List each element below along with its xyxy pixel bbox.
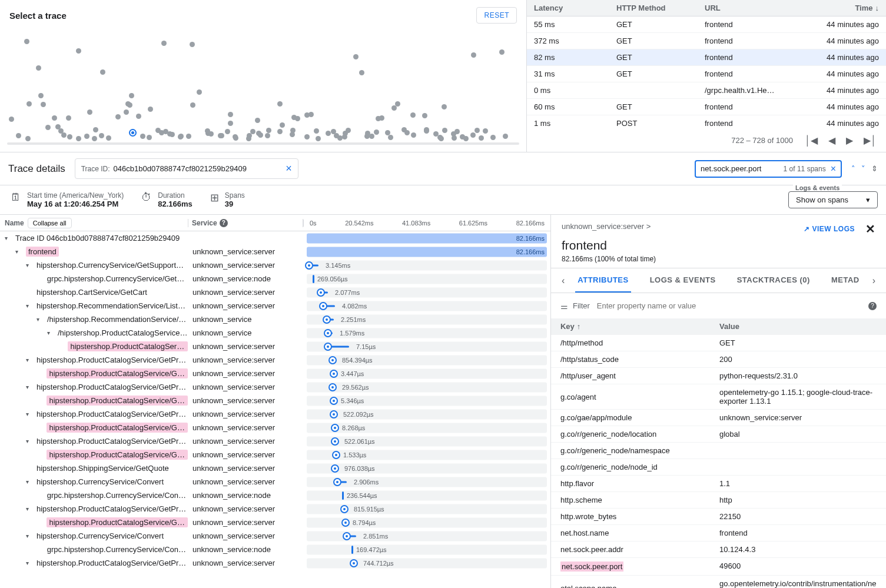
close-icon[interactable]: ✕ [865, 222, 875, 236]
chevron-down-icon[interactable]: ▾ [26, 357, 34, 363]
scatter-point[interactable] [61, 132, 67, 138]
scatter-point[interactable] [246, 136, 251, 141]
span-row[interactable]: ▾/hipstershop.ProductCatalogService…unkn… [0, 326, 550, 340]
scatter-point[interactable] [452, 135, 457, 141]
scatter-point[interactable] [258, 132, 263, 138]
scatter-point[interactable] [76, 48, 81, 54]
scatter-point[interactable] [479, 135, 484, 141]
scatter-point[interactable] [326, 131, 331, 136]
scatter-point[interactable] [225, 129, 230, 134]
scatter-point[interactable] [161, 41, 167, 46]
trace-row[interactable]: 82 msGETfrontend44 minutes ago [527, 49, 886, 66]
scatter-point[interactable] [87, 109, 92, 115]
scatter-point[interactable] [474, 128, 480, 133]
scatter-point[interactable] [197, 89, 202, 95]
tab-attributes[interactable]: ATTRIBUTES [575, 268, 631, 293]
span-row[interactable]: ▾frontendunknown_service:server82.166ms [0, 245, 550, 258]
attribute-row[interactable]: g.co/gae/app/moduleunknown_service:serve… [551, 409, 886, 426]
chevron-down-icon[interactable]: ▾ [26, 560, 34, 566]
attribute-row[interactable]: g.co/r/generic_node/node_id [551, 459, 886, 475]
span-row[interactable]: hipstershop.ShippingService/GetQuoteunkn… [0, 461, 550, 475]
attribute-filter-input[interactable] [595, 299, 864, 313]
scatter-point[interactable] [277, 129, 283, 134]
scatter-point[interactable] [454, 129, 460, 134]
span-row[interactable]: ▾hipstershop.CurrencyService/GetSupporte… [0, 258, 550, 272]
scatter-point[interactable] [255, 118, 260, 123]
scatter-point[interactable] [411, 132, 416, 138]
scatter-point[interactable] [295, 116, 300, 121]
scatter-point[interactable] [25, 136, 31, 141]
scatter-point[interactable] [471, 52, 476, 58]
reset-button[interactable]: RESET [476, 7, 517, 24]
scatter-point[interactable] [369, 134, 374, 139]
scatter-point[interactable] [304, 134, 310, 139]
scatter-point[interactable] [395, 101, 400, 107]
span-row[interactable]: ▾hipstershop.ProductCatalogService/GetPr… [0, 407, 550, 421]
col-key[interactable]: Key↑ [560, 322, 719, 331]
attribute-row[interactable]: /http/methodGET [551, 334, 886, 351]
scatter-point[interactable] [228, 121, 233, 126]
scatter-point[interactable] [67, 134, 72, 139]
chevron-down-icon[interactable]: ▾ [26, 384, 34, 390]
scatter-point[interactable] [439, 136, 444, 141]
chevron-down-icon[interactable]: ▾ [26, 533, 34, 539]
search-next-icon[interactable]: ˅ [861, 164, 865, 173]
scatter-point[interactable] [127, 102, 132, 108]
scatter-point[interactable] [130, 130, 135, 135]
scatter-point[interactable] [404, 130, 410, 135]
scatter-point[interactable] [190, 42, 195, 47]
clear-icon[interactable]: × [286, 162, 292, 175]
scatter-point[interactable] [359, 70, 364, 75]
tab-scroll-left-icon[interactable]: ‹ [558, 275, 568, 286]
scatter-point[interactable] [346, 128, 351, 133]
attribute-row[interactable]: net.sock.peer.port49600 [551, 557, 886, 575]
logs-events-dropdown[interactable]: Show on spans ▾ [788, 191, 878, 208]
span-row[interactable]: grpc.hipstershop.CurrencyService/Conv…un… [0, 543, 550, 556]
scatter-point[interactable] [314, 128, 319, 134]
chevron-down-icon[interactable]: ▾ [26, 506, 34, 512]
span-row[interactable]: ▾hipstershop.ProductCatalogService/GetPr… [0, 556, 550, 570]
scatter-point[interactable] [250, 129, 255, 134]
col-latency[interactable]: Latency [534, 4, 616, 12]
scatter-point[interactable] [290, 128, 296, 133]
scatter-point[interactable] [374, 129, 379, 135]
scatter-point[interactable] [106, 135, 111, 141]
scatter-point[interactable] [148, 107, 153, 112]
span-search-input[interactable]: net.sock.peer.port 1 of 11 spans × [695, 160, 842, 178]
scatter-point[interactable] [92, 136, 97, 141]
page-next-icon[interactable]: ▶ [846, 135, 853, 146]
attribute-row[interactable]: g.co/r/generic_node/namespace [551, 442, 886, 459]
scatter-point[interactable] [316, 136, 321, 141]
attribute-row[interactable]: g.co/r/generic_node/locationglobal [551, 426, 886, 442]
tab-stacktraces-[interactable]: STACKTRACES (0) [735, 268, 812, 293]
trace-row[interactable]: 31 msGETfrontend44 minutes ago [527, 66, 886, 82]
help-icon[interactable]: ? [220, 219, 228, 227]
span-row[interactable]: ▾hipstershop.ProductCatalogService/GetPr… [0, 353, 550, 367]
attribute-row[interactable]: /http/status_code200 [551, 351, 886, 367]
chevron-down-icon[interactable]: ▾ [5, 235, 13, 241]
scatter-point[interactable] [379, 115, 384, 121]
scatter-point[interactable] [115, 114, 121, 119]
attribute-row[interactable]: net.host.namefrontend [551, 524, 886, 541]
scatter-point[interactable] [140, 134, 145, 139]
help-icon[interactable]: ? [868, 302, 877, 310]
trace-row[interactable]: 0 ms/grpc.health.v1.He…44 minutes ago [527, 82, 886, 99]
span-row[interactable]: hipstershop.ProductCatalogServi…unknown_… [0, 340, 550, 353]
scatter-point[interactable] [84, 134, 89, 139]
filter-icon[interactable]: ⚌ [560, 301, 568, 311]
chevron-down-icon[interactable]: ▾ [26, 262, 34, 268]
clear-icon[interactable]: × [831, 164, 836, 174]
col-time[interactable]: Time↓ [793, 4, 879, 12]
attribute-row[interactable]: http.flavor1.1 [551, 475, 886, 491]
scatter-point[interactable] [228, 112, 233, 117]
span-row[interactable]: hipstershop.ProductCatalogService/Get…un… [0, 367, 550, 380]
attribute-row[interactable]: http.schemehttp [551, 491, 886, 508]
chevron-down-icon[interactable]: ▾ [26, 303, 34, 309]
trace-id-input[interactable]: Trace ID: 046cb1b0d07888747cf8021259b294… [75, 158, 298, 179]
scatter-point[interactable] [24, 39, 29, 44]
tab-logs-events[interactable]: LOGS & EVENTS [648, 268, 718, 293]
scatter-point[interactable] [503, 134, 508, 139]
trace-row[interactable]: 55 msGETfrontend44 minutes ago [527, 16, 886, 33]
scatter-point[interactable] [353, 54, 359, 59]
scatter-point[interactable] [147, 135, 152, 140]
